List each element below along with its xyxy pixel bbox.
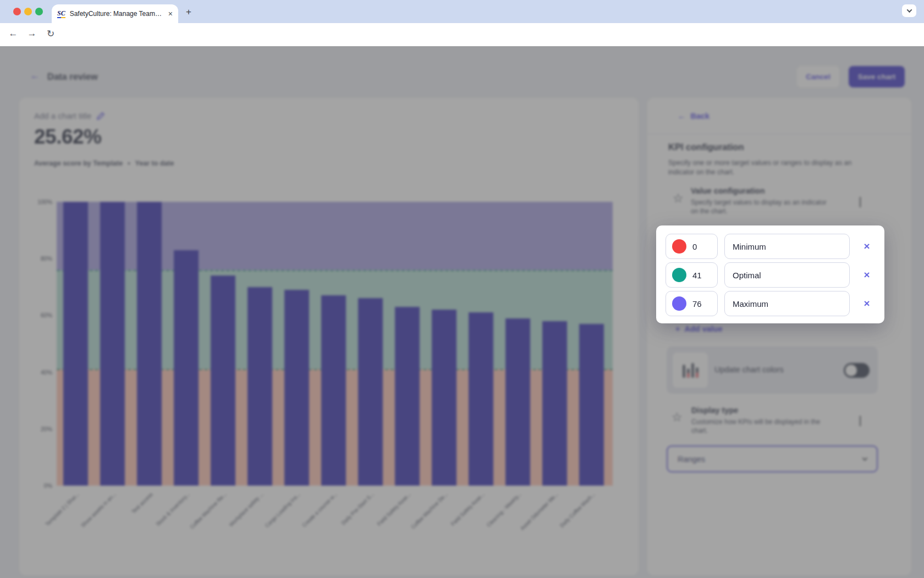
new-tab-button[interactable]: + bbox=[186, 7, 191, 18]
chevron-down-icon bbox=[906, 7, 912, 13]
kpi-label-input[interactable]: Optimal bbox=[724, 262, 850, 288]
browser-tab[interactable]: SC SafetyCulture: Manage Teams and... × bbox=[52, 4, 178, 23]
browser-tab-bar: SC SafetyCulture: Manage Teams and... × … bbox=[0, 0, 924, 23]
maximize-window-icon[interactable] bbox=[35, 8, 43, 15]
remove-value-icon[interactable]: × bbox=[862, 270, 872, 280]
kpi-value-input[interactable]: 76 bbox=[666, 291, 718, 316]
kpi-value-input[interactable]: 0 bbox=[666, 234, 718, 259]
minimize-window-icon[interactable] bbox=[24, 8, 32, 15]
remove-value-icon[interactable]: × bbox=[862, 299, 872, 309]
kpi-value-row: 0Minimum× bbox=[666, 234, 875, 259]
kpi-label-input[interactable]: Minimum bbox=[724, 234, 850, 259]
tab-search-button[interactable] bbox=[902, 4, 916, 17]
tab-title: SafetyCulture: Manage Teams and... bbox=[70, 10, 164, 18]
kpi-value-row: 41Optimal× bbox=[666, 262, 875, 288]
remove-value-icon[interactable]: × bbox=[862, 241, 872, 251]
forward-icon[interactable]: → bbox=[25, 28, 38, 39]
reload-icon[interactable]: ↻ bbox=[44, 28, 57, 40]
kpi-color-dot[interactable] bbox=[672, 296, 686, 311]
kpi-value-row: 76Maximum× bbox=[666, 291, 875, 316]
tab-close-icon[interactable]: × bbox=[168, 10, 173, 18]
kpi-values-modal: 0Minimum×41Optimal×76Maximum× bbox=[656, 225, 884, 323]
safetyculture-favicon: SC bbox=[57, 10, 65, 18]
close-window-icon[interactable] bbox=[13, 8, 21, 15]
browser-toolbar: ← → ↻ https://app.safetyculture.com/anal… bbox=[0, 23, 924, 46]
kpi-color-dot[interactable] bbox=[672, 268, 686, 282]
kpi-value-input[interactable]: 41 bbox=[666, 262, 718, 288]
kpi-value-text: 41 bbox=[692, 271, 702, 280]
kpi-label-input[interactable]: Maximum bbox=[724, 291, 850, 316]
kpi-value-text: 0 bbox=[692, 242, 697, 251]
kpi-value-text: 76 bbox=[692, 299, 702, 309]
back-icon[interactable]: ← bbox=[7, 28, 20, 39]
kpi-color-dot[interactable] bbox=[672, 239, 686, 254]
